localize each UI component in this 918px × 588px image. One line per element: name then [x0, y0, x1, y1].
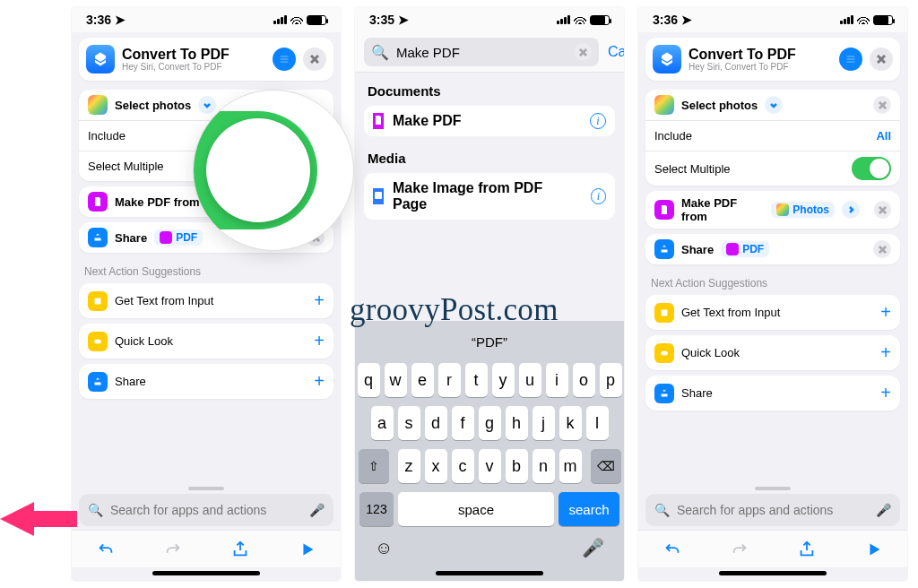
- svg-point-1: [94, 339, 101, 343]
- key-g[interactable]: g: [479, 406, 501, 440]
- shift-key[interactable]: ⇧: [359, 449, 389, 483]
- key-u[interactable]: u: [519, 363, 541, 397]
- emoji-key[interactable]: ☺: [375, 538, 393, 558]
- home-indicator[interactable]: [436, 571, 543, 575]
- undo-button[interactable]: [96, 540, 116, 559]
- cellular-icon: [273, 15, 287, 24]
- search-field[interactable]: 🔍: [364, 38, 599, 66]
- key-j[interactable]: j: [533, 406, 555, 440]
- add-icon[interactable]: +: [880, 383, 891, 403]
- key-k[interactable]: k: [559, 406, 582, 440]
- sheet-grabber[interactable]: [755, 487, 791, 490]
- search-input[interactable]: [394, 44, 568, 61]
- param-select-multiple[interactable]: Select Multiple: [645, 151, 900, 186]
- search-key[interactable]: search: [559, 492, 619, 526]
- search-input[interactable]: [675, 502, 870, 518]
- key-s[interactable]: s: [398, 406, 420, 440]
- action-select-photos[interactable]: Select photos Include All Select Multipl…: [645, 90, 900, 186]
- key-a[interactable]: a: [371, 406, 394, 440]
- variable-photos[interactable]: Photos: [771, 202, 835, 218]
- numbers-key[interactable]: 123: [359, 492, 394, 526]
- variable-pdf[interactable]: PDF: [154, 229, 203, 246]
- clear-search-icon[interactable]: [574, 43, 592, 61]
- suggestion-share[interactable]: Share+: [645, 376, 900, 411]
- settings-button[interactable]: [273, 48, 296, 71]
- info-icon[interactable]: i: [590, 113, 606, 129]
- category-documents: Documents: [355, 73, 624, 102]
- add-icon[interactable]: +: [314, 290, 325, 311]
- key-p[interactable]: p: [600, 363, 622, 397]
- play-button[interactable]: [864, 540, 884, 559]
- key-n[interactable]: n: [533, 449, 555, 483]
- play-button[interactable]: [298, 540, 317, 559]
- key-h[interactable]: h: [506, 406, 528, 440]
- add-icon[interactable]: +: [880, 342, 891, 363]
- add-icon[interactable]: +: [314, 331, 325, 351]
- suggestion-get-text[interactable]: Get Text from Input+: [79, 283, 333, 318]
- shortcut-subtitle: Hey Siri, Convert To PDF: [688, 62, 832, 72]
- close-button[interactable]: [303, 48, 326, 71]
- suggestion-quick-look[interactable]: Quick Look+: [79, 324, 333, 359]
- add-icon[interactable]: +: [314, 371, 325, 392]
- key-r[interactable]: r: [438, 363, 461, 397]
- keyboard[interactable]: “PDF” qwertyuiop asdfghjkl ⇧ zxcvbnm ⌫ 1…: [355, 321, 624, 581]
- share-sheet-button[interactable]: [797, 540, 817, 559]
- result-make-image[interactable]: Make Image from PDF Page i: [364, 173, 615, 220]
- mic-icon[interactable]: 🎤: [309, 503, 325, 517]
- key-v[interactable]: v: [479, 449, 501, 483]
- delete-action-icon[interactable]: [874, 201, 892, 219]
- battery-icon: [873, 15, 893, 25]
- delete-action-icon[interactable]: [873, 96, 891, 114]
- chevron-right-icon[interactable]: [842, 201, 860, 219]
- key-y[interactable]: y: [492, 363, 515, 397]
- dictation-key[interactable]: 🎤: [582, 537, 604, 558]
- key-l[interactable]: l: [586, 406, 609, 440]
- key-i[interactable]: i: [546, 363, 568, 397]
- variable-pdf[interactable]: PDF: [721, 241, 769, 257]
- suggestion-quick-look[interactable]: Quick Look+: [645, 335, 900, 370]
- param-include[interactable]: Include All: [645, 120, 900, 151]
- key-w[interactable]: w: [385, 363, 407, 397]
- key-b[interactable]: b: [506, 449, 528, 483]
- expand-icon[interactable]: [765, 96, 783, 114]
- delete-action-icon[interactable]: [873, 240, 891, 258]
- key-d[interactable]: d: [425, 406, 447, 440]
- photos-icon: [654, 95, 674, 115]
- suggestions-header: Next Action Suggestions: [651, 277, 895, 290]
- info-icon[interactable]: i: [591, 188, 606, 204]
- undo-button[interactable]: [663, 540, 682, 559]
- expand-icon[interactable]: [198, 96, 216, 114]
- space-key[interactable]: space: [398, 492, 554, 526]
- key-q[interactable]: q: [358, 363, 380, 397]
- zoom-callout-toggle: [193, 90, 354, 251]
- include-value[interactable]: All: [876, 129, 891, 143]
- result-make-pdf[interactable]: Make PDF i: [364, 106, 615, 136]
- backspace-key[interactable]: ⌫: [591, 449, 621, 483]
- settings-button[interactable]: [839, 48, 862, 71]
- key-f[interactable]: f: [452, 406, 474, 440]
- suggestion-share[interactable]: Share+: [79, 364, 333, 399]
- home-indicator[interactable]: [152, 571, 260, 575]
- action-search[interactable]: 🔍 🎤: [645, 494, 900, 526]
- suggestion-get-text[interactable]: Get Text from Input+: [645, 295, 900, 330]
- action-share[interactable]: Share PDF: [645, 234, 900, 264]
- key-c[interactable]: c: [452, 449, 474, 483]
- home-indicator[interactable]: [719, 571, 827, 575]
- mic-icon[interactable]: 🎤: [876, 503, 891, 517]
- share-sheet-button[interactable]: [230, 540, 250, 559]
- search-input[interactable]: [108, 502, 304, 518]
- action-make-pdf[interactable]: Make PDF from Photos: [645, 191, 900, 229]
- close-button[interactable]: [870, 48, 893, 71]
- key-m[interactable]: m: [559, 449, 582, 483]
- key-x[interactable]: x: [425, 449, 447, 483]
- sheet-grabber[interactable]: [188, 487, 224, 490]
- action-search[interactable]: 🔍 🎤: [79, 494, 333, 526]
- key-o[interactable]: o: [573, 363, 595, 397]
- prediction-bar[interactable]: “PDF”: [355, 324, 624, 359]
- key-z[interactable]: z: [398, 449, 420, 483]
- key-e[interactable]: e: [411, 363, 434, 397]
- key-t[interactable]: t: [465, 363, 488, 397]
- add-icon[interactable]: +: [880, 302, 891, 323]
- cancel-button[interactable]: Cancel: [608, 44, 624, 60]
- multiple-toggle[interactable]: [852, 157, 891, 180]
